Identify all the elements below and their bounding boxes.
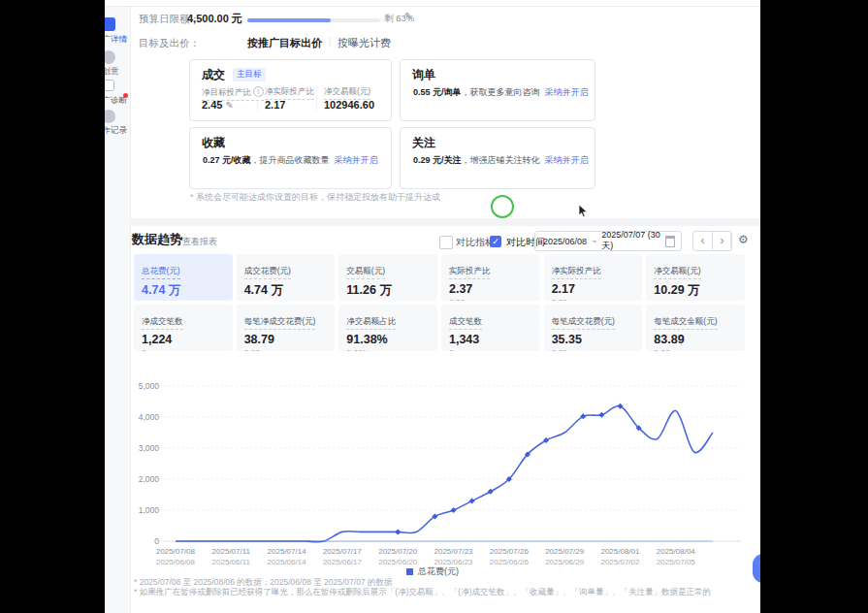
trend-chart-svg: 01,0002,0003,0004,0005,0002025/07/082025… [105, 376, 760, 570]
campaign-detail-panel: 推广详情 创意 推广诊断 操作记录 预算日限额： 4,500.00 元 剩 63… [105, 0, 760, 613]
svg-text:2025/08/01: 2025/08/01 [600, 547, 640, 556]
date-range-picker[interactable]: 2025/06/08 ~ 2025/07/07 (30天) [534, 231, 682, 251]
metric-card-grid: 总花费(元) 4.74 万 0.00 成交花费(元) 4.74 万 0.00 交… [134, 254, 745, 351]
budget-value: 4,500.00 元 [187, 12, 242, 26]
edit-target-roi-icon[interactable]: ✎ [225, 100, 233, 111]
mouse-cursor [578, 205, 590, 218]
metric-card-orders[interactable]: 成交笔数 1,343 0 [441, 305, 540, 351]
tab-exposure-billing[interactable]: 按曝光计费 [338, 36, 391, 50]
top-divider [105, 6, 760, 7]
goal-card-title: 收藏 [202, 135, 225, 151]
goal-card-title: 关注 [412, 135, 435, 151]
svg-text:5,000: 5,000 [139, 381, 160, 391]
svg-text:2025/07/29: 2025/07/29 [545, 547, 585, 556]
metric-value: 102946.60 [324, 99, 374, 111]
compare-metric-checkbox[interactable] [439, 236, 453, 249]
metric-card-net-roi[interactable]: 净实际投产比 2.17 0.00 [544, 254, 643, 301]
svg-text:2025/07/20: 2025/07/20 [378, 547, 418, 556]
view-report-link[interactable]: 查看报表 [182, 236, 217, 248]
goal-card-follow: 关注 0.29 元/关注，增强店铺关注转化采纳并开启 [400, 127, 595, 189]
goal-card-desc: 0.55 元/询单，获取更多意向咨询采纳并开启 [413, 86, 589, 99]
adopt-enable-link[interactable]: 采纳并开启 [545, 87, 589, 97]
left-black-mask [0, 0, 105, 613]
metric-card-total-cost[interactable]: 总花费(元) 4.74 万 0.00 [134, 254, 233, 301]
settings-gear-icon[interactable]: ⚙ [738, 233, 749, 246]
adopt-enable-link[interactable]: 采纳并开启 [545, 155, 589, 165]
svg-text:2025/08/04: 2025/08/04 [657, 547, 696, 556]
date-separator: ~ [592, 237, 596, 246]
metric-value: 2.45 ✎ [202, 99, 234, 111]
trend-section-title: 数据趋势 [132, 231, 182, 248]
next-period-button[interactable]: › [712, 231, 732, 251]
svg-text:2025/07/14: 2025/07/14 [268, 547, 307, 556]
svg-text:2025/07/17: 2025/07/17 [323, 547, 363, 556]
compare-metric-label: 对比指标 [456, 236, 495, 249]
goal-note: * 系统会尽可能达成你设置的目标，保持稳定投放有助于提升达成 [190, 191, 440, 204]
metric-card-net-gmv[interactable]: 净交易额(元) 10.29 万 0.00 [646, 254, 745, 301]
legend-swatch [406, 568, 413, 575]
right-black-mask [760, 0, 868, 613]
goal-card-deal: 成交 主目标 净目标投产比i 2.45 ✎ 净实际投产比 2.17 净交易额(元… [189, 59, 392, 121]
metric-value: 2.17 [265, 99, 285, 111]
calendar-icon [665, 236, 675, 247]
chart-footnote-2: * 如果推广在暂停或删除前已经获得了曝光，那么在暂停或删除后展示「(净)交易额」… [134, 587, 711, 598]
metric-card-net-orders[interactable]: 净成交笔数 1,224 0 [134, 305, 233, 351]
bidding-label: 目标及出价： [139, 37, 200, 50]
svg-text:3,000: 3,000 [139, 443, 160, 453]
primary-goal-badge: 主目标 [233, 68, 266, 81]
budget-progress-fill [247, 18, 331, 22]
svg-text:4,000: 4,000 [139, 412, 160, 422]
prev-period-button[interactable]: ‹ [692, 231, 713, 251]
metric-label: 净交易额(元) [324, 86, 370, 100]
goal-card-inquiry: 询单 0.55 元/询单，获取更多意向咨询采纳并开启 [400, 59, 595, 121]
click-indicator-ring [491, 195, 514, 218]
date-end: 2025/07/07 (30天) [601, 230, 665, 252]
legend-label: 总花费(元) [418, 566, 459, 576]
goal-card-favorite: 收藏 0.27 元/收藏，提升商品收藏数量采纳并开启 [189, 127, 392, 189]
notification-dot [123, 93, 128, 98]
svg-text:2,000: 2,000 [139, 474, 160, 484]
svg-text:2025/07/26: 2025/07/26 [490, 547, 530, 556]
metric-card-roi[interactable]: 实际投产比 2.37 0.00 [441, 254, 540, 301]
metric-card-deal-cost[interactable]: 成交花费(元) 4.74 万 0.00 [237, 254, 336, 301]
card-divider [257, 87, 258, 111]
goal-card-desc: 0.29 元/关注，增强店铺关注转化采纳并开启 [413, 154, 589, 167]
metric-card-gmv[interactable]: 交易额(元) 11.26 万 0.00 [338, 254, 437, 301]
trend-line-chart: 01,0002,0003,0004,0005,0002025/07/082025… [105, 376, 760, 570]
budget-progress-bar [247, 18, 380, 22]
budget-edit-icon[interactable]: ✎ [404, 11, 412, 21]
goal-card-title: 成交 [202, 67, 225, 83]
svg-text:0: 0 [154, 536, 159, 546]
card-divider [316, 87, 317, 111]
controls-divider [730, 234, 731, 247]
tab-separator: | [329, 36, 332, 47]
goal-card-desc: 0.27 元/收藏，提升商品收藏数量采纳并开启 [203, 154, 378, 167]
tab-goal-bidding[interactable]: 按推广目标出价 [247, 36, 322, 50]
info-icon: i [253, 86, 264, 97]
adopt-enable-link[interactable]: 采纳并开启 [335, 155, 378, 165]
svg-text:2025/07/08: 2025/07/08 [156, 547, 196, 556]
metric-card-cost-per-order[interactable]: 每笔成交花费(元) 35.35 0.00 [544, 305, 643, 351]
goal-card-title: 询单 [412, 67, 435, 83]
metric-card-net-gmv-ratio[interactable]: 净交易额占比 91.38% 0.00% [338, 305, 437, 351]
metric-card-net-cost-per-order[interactable]: 每笔净成交花费(元) 38.79 0.00 [237, 305, 336, 351]
svg-text:2025/07/23: 2025/07/23 [434, 547, 474, 556]
compare-time-checkbox[interactable]: ✓ [490, 236, 501, 247]
svg-text:1,000: 1,000 [139, 505, 160, 515]
section-divider [130, 218, 760, 226]
date-start: 2025/06/08 [543, 237, 587, 246]
metric-label: 净实际投产比 [265, 86, 314, 100]
metric-card-amount-per-order[interactable]: 每笔成交金额(元) 83.89 0.00 [646, 305, 745, 351]
svg-text:2025/07/11: 2025/07/11 [212, 547, 251, 556]
